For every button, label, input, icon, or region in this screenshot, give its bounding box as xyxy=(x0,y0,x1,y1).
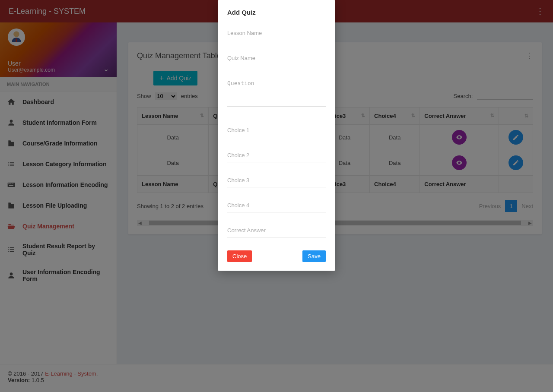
modal-title: Add Quiz xyxy=(227,9,326,16)
choice4-field[interactable] xyxy=(227,200,326,212)
choice1-field[interactable] xyxy=(227,125,326,137)
save-button[interactable]: Save xyxy=(302,250,326,262)
add-quiz-modal: Add Quiz Close Save xyxy=(218,0,335,271)
close-button[interactable]: Close xyxy=(227,250,252,262)
lesson-name-field[interactable] xyxy=(227,28,326,40)
correct-answer-field[interactable] xyxy=(227,225,326,237)
question-field[interactable] xyxy=(227,78,326,107)
quiz-name-field[interactable] xyxy=(227,53,326,65)
choice2-field[interactable] xyxy=(227,150,326,162)
choice3-field[interactable] xyxy=(227,175,326,187)
